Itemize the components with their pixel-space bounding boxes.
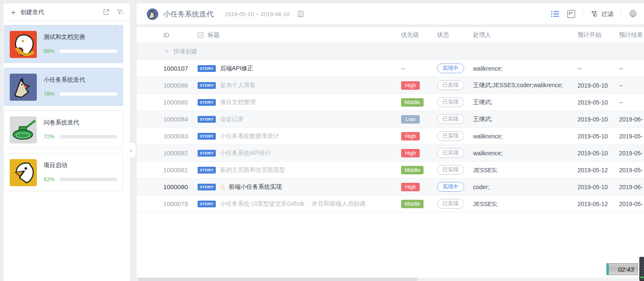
iteration-card[interactable]: ⋮ 测试和文档完善 88%	[4, 25, 123, 63]
tank-icon	[10, 116, 37, 143]
mammoth-icon	[10, 31, 37, 58]
story-title[interactable]: 小任务系统API设计	[220, 149, 271, 157]
status-pill[interactable]: 已实现	[437, 131, 464, 141]
filter-button[interactable]: 过滤	[591, 10, 613, 18]
priority-badge: High	[401, 81, 420, 90]
status-pill[interactable]: 已实现	[437, 97, 464, 107]
priority-badge: Middle	[401, 200, 424, 208]
col-id[interactable]: ID	[163, 32, 198, 39]
priority-badge: High	[401, 132, 420, 140]
story-type-badge: STORY	[198, 133, 216, 140]
filter-sort-icon[interactable]	[117, 8, 124, 16]
status-pill[interactable]: 已实现	[437, 148, 464, 158]
create-iteration-button[interactable]: 创建迭代	[20, 8, 103, 16]
story-title[interactable]: 前端小任务系统实现	[229, 183, 282, 191]
iteration-report-icon[interactable]	[297, 11, 304, 17]
table-header-row: ID 标题 优先级 状态 处理人 预计开始 预计结束	[137, 27, 644, 43]
story-title[interactable]: 后端API修正	[220, 65, 253, 72]
handler-cell: coder;	[473, 184, 575, 190]
status-pill[interactable]: 实现中	[437, 182, 464, 192]
plus-icon: ＋	[163, 47, 170, 56]
table-row[interactable]: 1000082 STORY 小任务系统API设计 High 已实现 walikr…	[137, 145, 644, 162]
start-date-cell: 2019-05-10	[575, 82, 619, 89]
handler-cell: 王继武;JESSES;coder;walikrence;	[473, 82, 575, 89]
timer-stripe	[607, 264, 609, 275]
status-pill[interactable]: 已实现	[437, 114, 464, 124]
col-end[interactable]: 预计结束	[619, 31, 644, 39]
recorder-widget[interactable]	[639, 257, 644, 281]
horizontal-scrollbar[interactable]	[137, 278, 644, 281]
scrollbar-thumb[interactable]	[138, 278, 417, 281]
start-date-cell: 2019-05-10	[575, 184, 619, 190]
priority-badge: Middle	[401, 98, 424, 107]
iteration-list: ⋮ 测试和文档完善 88% 小任务系统迭代 78%	[3, 21, 130, 191]
iteration-name: 测试和文档完善	[44, 33, 117, 41]
story-title[interactable]: 项目文档整理	[220, 99, 256, 106]
page-title: 小任务系统迭代	[163, 9, 214, 19]
table-row[interactable]: 1000083 STORY 小任务系统数据库设计 High 已实现 walikr…	[137, 128, 644, 145]
filter-label: 过滤	[601, 10, 613, 18]
settings-gear-icon[interactable]	[629, 10, 637, 18]
story-title[interactable]: 小任务系统 UI原型提交至Github， 并且和前端人员协调	[220, 200, 365, 208]
start-date-cell: 2019-05-12	[575, 201, 619, 207]
handler-cell: 王继武;	[473, 99, 575, 106]
table-row[interactable]: 1000079 STORY 小任务系统 UI原型提交至Github， 并且和前端…	[137, 196, 644, 212]
iteration-card[interactable]: 问卷系统迭代 72%	[4, 110, 123, 149]
start-date-cell: 2019-05-10	[575, 133, 619, 140]
table-row[interactable]: 1000081 STORY 新的主页面和次页面原型 Middle 已实现 JES…	[137, 162, 644, 179]
export-icon[interactable]	[103, 8, 110, 16]
end-date-cell: 2019-05-	[619, 167, 644, 174]
quick-create-row[interactable]: ＋ 快速创建	[137, 43, 644, 60]
story-type-badge: STORY	[198, 167, 216, 174]
sidebar-header: ＋ 创建迭代	[3, 3, 130, 21]
iteration-name: 项目启动	[44, 162, 117, 169]
quick-create-label: 快速创建	[173, 48, 197, 55]
status-pill[interactable]: 已实现	[437, 165, 464, 175]
recorder-level-indicator	[640, 277, 644, 278]
story-type-badge: STORY	[198, 99, 216, 106]
iteration-card[interactable]: 小任务系统迭代 78%	[4, 68, 123, 106]
handler-cell: JESSES;	[473, 201, 575, 207]
table-row[interactable]: 1000107 STORY 后端API修正 -- 实现中 walikrence;…	[137, 60, 644, 77]
handler-cell: walikrence;	[473, 65, 575, 72]
sidebar-collapse-toggle[interactable]: ‹	[127, 142, 136, 158]
end-date-cell: --	[619, 99, 644, 106]
status-pill[interactable]: 已实现	[437, 199, 464, 209]
col-start[interactable]: 预计开始	[575, 31, 619, 39]
progress-bar	[60, 135, 117, 138]
story-title[interactable]: 新的主页面和次页面原型	[220, 166, 285, 174]
timer-value: 02:43	[618, 266, 634, 273]
col-priority[interactable]: 优先级	[401, 31, 437, 39]
start-date-cell: 2019-05-12	[575, 167, 619, 174]
start-date-cell: 2019-05-10	[575, 150, 619, 157]
end-date-cell: --	[619, 82, 644, 89]
story-title[interactable]: 小任务系统数据库设计	[220, 132, 279, 140]
card-more-icon[interactable]: ⋮	[112, 28, 118, 34]
story-title[interactable]: 会议记录	[220, 116, 244, 123]
collapse-all-icon[interactable]	[198, 32, 204, 38]
table-row[interactable]: 1000084 STORY 会议记录 Low 已实现 王继武; 2019-05-…	[137, 111, 644, 128]
table-row[interactable]: 1000086 STORY 发布个人博客 High 已实现 王继武;JESSES…	[137, 77, 644, 94]
status-pill[interactable]: 实现中	[437, 63, 464, 73]
story-title[interactable]: 发布个人博客	[220, 82, 256, 89]
iteration-card[interactable]: 项目启动 62%	[4, 153, 123, 191]
end-date-cell: 2019-06-	[619, 116, 644, 123]
end-date-cell: --	[619, 65, 644, 72]
start-date-cell: 2019-05-10	[575, 99, 619, 106]
warning-icon: ⚠	[220, 184, 226, 190]
col-status[interactable]: 状态	[437, 31, 473, 39]
list-view-icon[interactable]	[551, 10, 559, 18]
story-type-badge: STORY	[198, 150, 216, 157]
status-pill[interactable]: 已实现	[437, 80, 464, 90]
plus-icon: ＋	[9, 8, 17, 16]
recording-timer: 02:43	[606, 263, 638, 275]
start-date-cell: --	[575, 65, 619, 72]
table-row[interactable]: 1000085 STORY 项目文档整理 Middle 已实现 王继武; 201…	[137, 94, 644, 111]
priority-badge: High	[401, 149, 420, 157]
handler-cell: walikrence;	[473, 133, 575, 140]
col-handler[interactable]: 处理人	[473, 31, 575, 39]
board-view-icon[interactable]	[567, 10, 575, 18]
story-table: ID 标题 优先级 状态 处理人 预计开始 预计结束 ＋ 快速创建 100010…	[137, 27, 644, 281]
table-row[interactable]: 1000080 STORY ⚠ 前端小任务系统实现 High 实现中 coder…	[137, 179, 644, 196]
col-title[interactable]: 标题	[208, 31, 220, 39]
